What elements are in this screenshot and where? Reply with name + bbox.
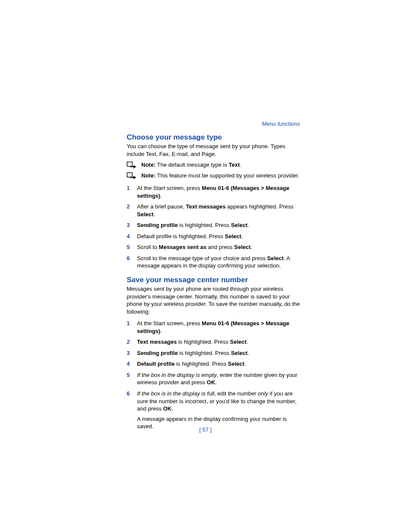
note-1-text: Note: The default message type is Text. xyxy=(141,161,301,169)
list-item: 3 Sending profile is highlighted. Press … xyxy=(127,221,301,229)
list-item: 5 If the box in the display is empty, en… xyxy=(127,371,301,386)
section-heading-2: Save your message center number xyxy=(127,276,301,284)
note-1: Note: The default message type is Text. xyxy=(127,161,301,169)
list-item: 3 Sending profile is highlighted. Press … xyxy=(127,349,301,357)
list-item: 2 Text messages is highlighted. Press Se… xyxy=(127,338,301,346)
svg-rect-1 xyxy=(127,173,132,177)
page-content: Menu functions Choose your message type … xyxy=(127,121,301,436)
svg-rect-0 xyxy=(127,162,132,166)
list-item: 4 Default profile is highlighted. Press … xyxy=(127,360,301,368)
list-item: 2 After a brief pause, Text messages app… xyxy=(127,203,301,218)
note-2-text: Note: This feature must be supported by … xyxy=(141,172,301,180)
section1-steps: 1 At the Start screen, press Menu 01-6 (… xyxy=(127,184,301,270)
list-item: 6 If the box is in the display is full, … xyxy=(127,390,301,430)
list-item: 4 Default profile is highlighted. Press … xyxy=(127,233,301,240)
running-header: Menu functions xyxy=(127,121,301,127)
list-item: 6 Scroll to the message type of your cho… xyxy=(127,255,301,270)
section2-intro: Messages sent by your phone are routed t… xyxy=(127,285,301,315)
section-heading-1: Choose your message type xyxy=(127,133,301,142)
list-item: 1 At the Start screen, press Menu 01-6 (… xyxy=(127,184,301,199)
page-number: [ 57 ] xyxy=(0,426,411,433)
list-item: 1 At the Start screen, press Menu 01-6 (… xyxy=(127,320,301,335)
note-arrow-icon xyxy=(127,172,136,180)
note-arrow-icon xyxy=(127,162,136,169)
list-item: 5 Scroll to Messages sent as and press S… xyxy=(127,243,301,251)
section1-intro: You can choose the type of message sent … xyxy=(127,143,301,158)
note-2: Note: This feature must be supported by … xyxy=(127,172,301,180)
section2-steps: 1 At the Start screen, press Menu 01-6 (… xyxy=(127,320,301,430)
